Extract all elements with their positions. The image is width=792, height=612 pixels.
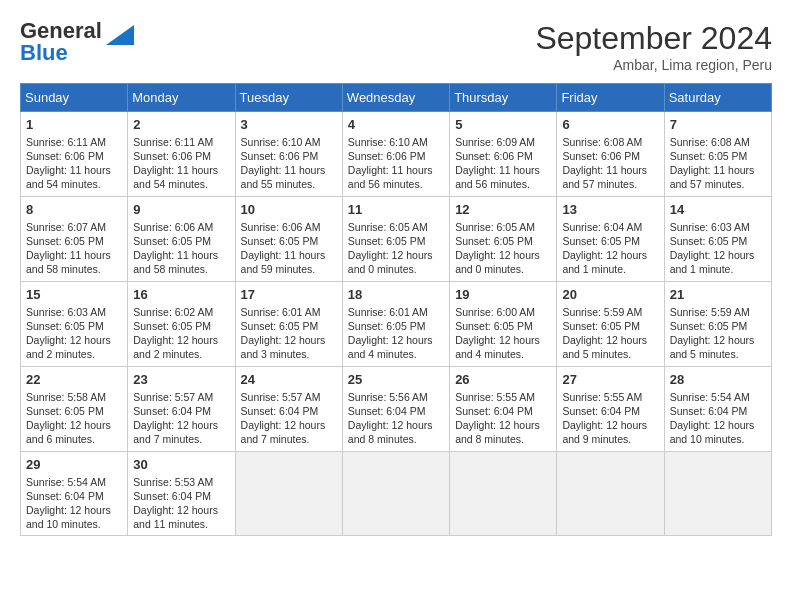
day-number: 5 — [455, 116, 551, 134]
day-number: 17 — [241, 286, 337, 304]
sunrise-text: Sunrise: 6:00 AM — [455, 305, 551, 319]
daylight-label: Daylight: 12 hours — [348, 248, 444, 262]
day-number: 9 — [133, 201, 229, 219]
day-number: 7 — [670, 116, 766, 134]
daylight-label: Daylight: 12 hours — [26, 333, 122, 347]
sunrise-text: Sunrise: 5:54 AM — [26, 475, 122, 489]
daylight-label: Daylight: 12 hours — [670, 418, 766, 432]
calendar-cell: 10Sunrise: 6:06 AMSunset: 6:05 PMDayligh… — [235, 197, 342, 282]
day-number: 3 — [241, 116, 337, 134]
daylight-label: Daylight: 12 hours — [670, 248, 766, 262]
sunset-text: Sunset: 6:06 PM — [26, 149, 122, 163]
calendar-cell: 1Sunrise: 6:11 AMSunset: 6:06 PMDaylight… — [21, 112, 128, 197]
daylight-label: Daylight: 12 hours — [348, 333, 444, 347]
sunrise-text: Sunrise: 6:08 AM — [562, 135, 658, 149]
calendar-cell: 23Sunrise: 5:57 AMSunset: 6:04 PMDayligh… — [128, 367, 235, 452]
column-header-friday: Friday — [557, 84, 664, 112]
daylight-minutes: and 1 minute. — [562, 262, 658, 276]
calendar-cell — [342, 452, 449, 536]
daylight-minutes: and 11 minutes. — [133, 517, 229, 531]
sunset-text: Sunset: 6:06 PM — [455, 149, 551, 163]
sunset-text: Sunset: 6:05 PM — [133, 234, 229, 248]
day-number: 6 — [562, 116, 658, 134]
daylight-minutes: and 56 minutes. — [348, 177, 444, 191]
sunset-text: Sunset: 6:05 PM — [133, 319, 229, 333]
calendar-week-1: 1Sunrise: 6:11 AMSunset: 6:06 PMDaylight… — [21, 112, 772, 197]
calendar-cell: 20Sunrise: 5:59 AMSunset: 6:05 PMDayligh… — [557, 282, 664, 367]
daylight-label: Daylight: 11 hours — [670, 163, 766, 177]
day-number: 24 — [241, 371, 337, 389]
calendar-cell: 19Sunrise: 6:00 AMSunset: 6:05 PMDayligh… — [450, 282, 557, 367]
sunset-text: Sunset: 6:05 PM — [26, 404, 122, 418]
sunrise-text: Sunrise: 5:55 AM — [455, 390, 551, 404]
calendar-cell — [235, 452, 342, 536]
column-header-saturday: Saturday — [664, 84, 771, 112]
column-header-wednesday: Wednesday — [342, 84, 449, 112]
daylight-label: Daylight: 11 hours — [455, 163, 551, 177]
month-year: September 2024 — [535, 20, 772, 57]
calendar-cell: 29Sunrise: 5:54 AMSunset: 6:04 PMDayligh… — [21, 452, 128, 536]
sunrise-text: Sunrise: 6:11 AM — [26, 135, 122, 149]
daylight-minutes: and 5 minutes. — [670, 347, 766, 361]
daylight-label: Daylight: 12 hours — [133, 503, 229, 517]
sunrise-text: Sunrise: 6:01 AM — [348, 305, 444, 319]
day-number: 14 — [670, 201, 766, 219]
daylight-minutes: and 2 minutes. — [26, 347, 122, 361]
daylight-minutes: and 10 minutes. — [26, 517, 122, 531]
calendar-week-3: 15Sunrise: 6:03 AMSunset: 6:05 PMDayligh… — [21, 282, 772, 367]
sunrise-text: Sunrise: 6:10 AM — [348, 135, 444, 149]
sunset-text: Sunset: 6:06 PM — [133, 149, 229, 163]
day-number: 1 — [26, 116, 122, 134]
column-header-sunday: Sunday — [21, 84, 128, 112]
calendar-cell: 11Sunrise: 6:05 AMSunset: 6:05 PMDayligh… — [342, 197, 449, 282]
sunrise-text: Sunrise: 5:54 AM — [670, 390, 766, 404]
calendar-cell: 25Sunrise: 5:56 AMSunset: 6:04 PMDayligh… — [342, 367, 449, 452]
daylight-minutes: and 3 minutes. — [241, 347, 337, 361]
calendar-cell: 24Sunrise: 5:57 AMSunset: 6:04 PMDayligh… — [235, 367, 342, 452]
daylight-label: Daylight: 12 hours — [26, 418, 122, 432]
daylight-minutes: and 59 minutes. — [241, 262, 337, 276]
daylight-minutes: and 10 minutes. — [670, 432, 766, 446]
sunset-text: Sunset: 6:06 PM — [562, 149, 658, 163]
sunset-text: Sunset: 6:06 PM — [241, 149, 337, 163]
daylight-label: Daylight: 11 hours — [348, 163, 444, 177]
logo-text: General Blue — [20, 20, 102, 64]
day-number: 28 — [670, 371, 766, 389]
daylight-minutes: and 56 minutes. — [455, 177, 551, 191]
calendar-cell: 14Sunrise: 6:03 AMSunset: 6:05 PMDayligh… — [664, 197, 771, 282]
day-number: 20 — [562, 286, 658, 304]
daylight-label: Daylight: 11 hours — [562, 163, 658, 177]
daylight-minutes: and 7 minutes. — [241, 432, 337, 446]
daylight-minutes: and 58 minutes. — [26, 262, 122, 276]
day-number: 11 — [348, 201, 444, 219]
daylight-minutes: and 0 minutes. — [348, 262, 444, 276]
daylight-minutes: and 58 minutes. — [133, 262, 229, 276]
daylight-minutes: and 54 minutes. — [133, 177, 229, 191]
sunset-text: Sunset: 6:05 PM — [241, 319, 337, 333]
daylight-minutes: and 4 minutes. — [455, 347, 551, 361]
sunrise-text: Sunrise: 5:57 AM — [133, 390, 229, 404]
sunset-text: Sunset: 6:05 PM — [26, 234, 122, 248]
daylight-label: Daylight: 12 hours — [455, 333, 551, 347]
calendar-table: SundayMondayTuesdayWednesdayThursdayFrid… — [20, 83, 772, 536]
sunrise-text: Sunrise: 6:05 AM — [455, 220, 551, 234]
day-number: 16 — [133, 286, 229, 304]
day-number: 29 — [26, 456, 122, 474]
calendar-cell — [664, 452, 771, 536]
sunset-text: Sunset: 6:05 PM — [562, 234, 658, 248]
sunset-text: Sunset: 6:05 PM — [348, 319, 444, 333]
calendar-cell: 12Sunrise: 6:05 AMSunset: 6:05 PMDayligh… — [450, 197, 557, 282]
sunrise-text: Sunrise: 5:57 AM — [241, 390, 337, 404]
sunrise-text: Sunrise: 5:59 AM — [562, 305, 658, 319]
daylight-minutes: and 2 minutes. — [133, 347, 229, 361]
day-number: 12 — [455, 201, 551, 219]
daylight-label: Daylight: 12 hours — [670, 333, 766, 347]
sunrise-text: Sunrise: 6:03 AM — [26, 305, 122, 319]
sunrise-text: Sunrise: 6:02 AM — [133, 305, 229, 319]
sunset-text: Sunset: 6:04 PM — [133, 404, 229, 418]
title-block: September 2024 Ambar, Lima region, Peru — [535, 20, 772, 73]
day-number: 15 — [26, 286, 122, 304]
sunrise-text: Sunrise: 5:56 AM — [348, 390, 444, 404]
sunrise-text: Sunrise: 6:01 AM — [241, 305, 337, 319]
daylight-label: Daylight: 12 hours — [133, 333, 229, 347]
